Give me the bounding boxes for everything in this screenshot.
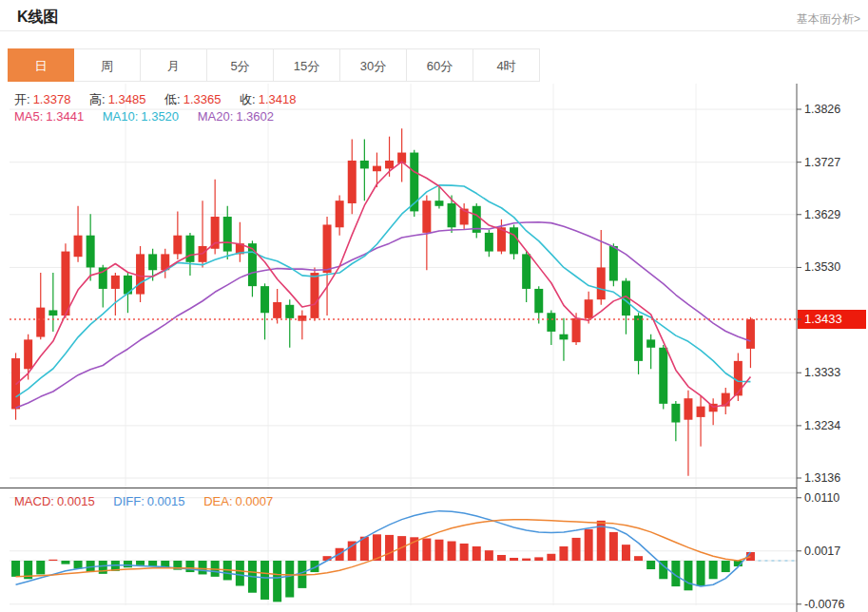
macd-value: 0.0015 xyxy=(57,494,95,508)
ma5-label: MA5: xyxy=(14,109,43,124)
current-price: 1.3433 xyxy=(10,310,866,329)
price-axis-label: 1.3530 xyxy=(804,260,840,274)
ma5-value: 1.3441 xyxy=(46,109,84,124)
dea-value: 0.0007 xyxy=(236,494,274,508)
price-axis-label: 1.3234 xyxy=(804,419,840,432)
macd-histogram xyxy=(11,521,755,602)
dea-label: DEA: xyxy=(203,494,232,508)
ma10-label: MA10: xyxy=(103,109,139,124)
macd-axis-label: 0.0110 xyxy=(804,491,839,505)
axis: 1.38261.37271.36291.35301.33331.32341.31… xyxy=(0,84,844,612)
ma-legend: MA5:1.3441 MA10:1.3520 MA20:1.3602 xyxy=(14,109,277,124)
kline-page: K线图 基本面分析> 日 周 月 5分 15分 30分 60分 4时 1.343… xyxy=(0,0,868,612)
open-value: 1.3378 xyxy=(33,92,71,106)
ma10-value: 1.3520 xyxy=(141,109,179,124)
high-value: 1.3485 xyxy=(108,92,146,106)
diff-label: DIFF: xyxy=(113,494,145,508)
ma20-label: MA20: xyxy=(198,109,234,124)
price-axis-label: 1.3629 xyxy=(804,208,840,221)
current-price-badge-value: 1.3433 xyxy=(804,312,842,326)
macd-axis-label: -0.0076 xyxy=(804,598,844,611)
price-axis-label: 1.3333 xyxy=(804,366,840,379)
candles-layer xyxy=(11,128,755,476)
open-label: 开: xyxy=(14,92,30,106)
close-value: 1.3418 xyxy=(259,92,297,106)
price-axis-label: 1.3727 xyxy=(804,156,840,169)
price-axis-label: 1.3136 xyxy=(804,471,840,485)
macd-legend: MACD:0.0015 DIFF:0.0015 DEA:0.0007 xyxy=(14,494,276,508)
low-value: 1.3365 xyxy=(183,92,222,106)
macd-label: MACD: xyxy=(14,494,54,508)
diff-value: 0.0015 xyxy=(147,494,185,508)
macd-axis-label: 0.0017 xyxy=(804,545,840,558)
ma20-value: 1.3602 xyxy=(236,109,274,124)
ohlc-legend: 开:1.3378 高:1.3485 低:1.3365 收:1.3418 xyxy=(14,91,311,108)
price-axis-label: 1.3826 xyxy=(804,103,840,116)
close-label: 收: xyxy=(240,92,256,106)
low-label: 低: xyxy=(164,92,181,106)
high-label: 高: xyxy=(89,92,106,106)
